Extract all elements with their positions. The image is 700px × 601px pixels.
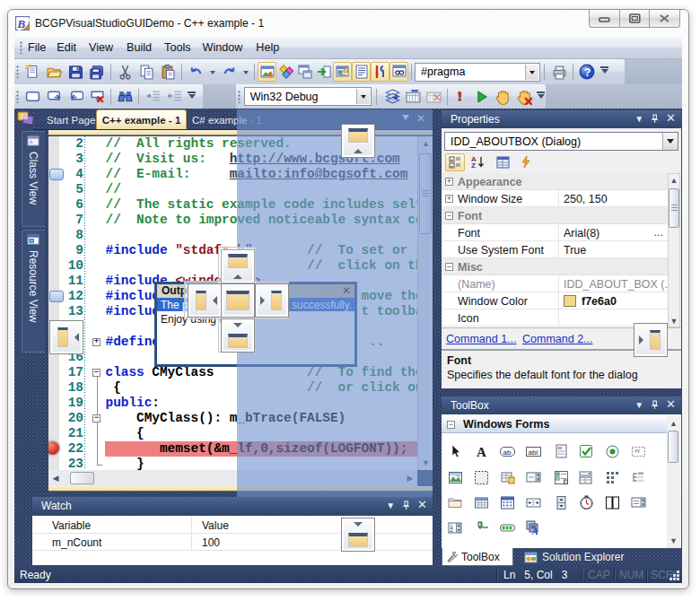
svg-text:abl: abl <box>529 449 538 457</box>
svg-text:A: A <box>477 445 486 459</box>
svg-text:A: A <box>531 527 538 536</box>
svg-text:B: B <box>16 17 25 30</box>
svg-text:Z: Z <box>471 161 476 169</box>
svg-text:+: + <box>451 162 454 168</box>
svg-text:+: + <box>451 156 454 161</box>
svg-text:ab: ab <box>503 449 512 457</box>
svg-text:?: ? <box>584 66 591 79</box>
svg-text:2: 2 <box>451 527 453 533</box>
svg-text:xy: xy <box>634 448 640 453</box>
